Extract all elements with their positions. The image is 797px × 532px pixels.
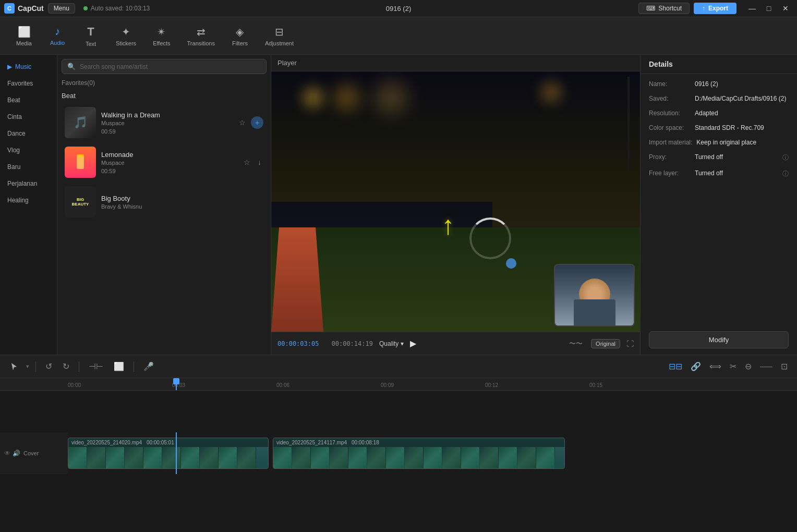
sep3	[134, 361, 134, 372]
person-silhouette	[271, 227, 323, 332]
toolbar-media[interactable]: ⬜ Media	[8, 22, 40, 50]
sidebar-item-healing[interactable]: Healing	[2, 192, 55, 208]
waveform-button[interactable]: 〜〜	[567, 337, 585, 350]
sidebar-item-beat[interactable]: Beat	[2, 92, 55, 108]
sidebar-beat-label: Beat	[7, 96, 20, 104]
shortcut-button[interactable]: ⌨ Shortcut	[638, 3, 690, 14]
toolbar-audio[interactable]: ♪ Audio	[42, 22, 73, 49]
split-button[interactable]: ⊣⊢	[86, 359, 106, 373]
resolution-value: Adapted	[695, 110, 718, 117]
zoom-slider[interactable]: ——	[757, 359, 776, 373]
favorite-btn-walking[interactable]: ☆	[237, 116, 248, 129]
play-button[interactable]: ▶	[410, 338, 416, 348]
arrow-icon: ▶	[7, 63, 12, 70]
video-clip-1[interactable]: video_20220525_214020.mp4 00:00:05:01	[68, 438, 269, 469]
search-bar[interactable]: 🔍	[62, 59, 267, 74]
mic-button[interactable]: 🎤	[140, 359, 157, 373]
track-mute-button[interactable]: 🔊	[13, 450, 20, 457]
sidebar-item-favorites[interactable]: Favorites	[2, 76, 55, 91]
song-title-bigbooty: Big Booty	[101, 195, 263, 202]
clip-frame	[68, 447, 87, 469]
select-dropdown: ▾	[26, 363, 29, 370]
export-button[interactable]: ↑ Export	[694, 3, 736, 14]
add-btn-walking[interactable]: +	[251, 116, 263, 129]
bg-light-3	[376, 82, 407, 113]
track-eye-button[interactable]: 👁	[4, 450, 10, 457]
select-tool-button[interactable]	[6, 360, 22, 373]
music-item-walking[interactable]: 🎵 Walking in a Dream Muspace 00:59 ☆ +	[62, 104, 267, 141]
zoom-out-button[interactable]: ⊖	[742, 359, 755, 373]
track-content: video_20220525_214020.mp4 00:00:05:01	[68, 432, 797, 474]
song-artist-bigbooty: Bravy & Whisnu	[101, 203, 263, 210]
sep1	[35, 361, 36, 372]
sidebar-music-label: Music	[15, 63, 31, 70]
music-info-bigbooty: Big Booty Bravy & Whisnu	[101, 195, 263, 210]
toolbar-filters[interactable]: ◈ Filters	[224, 22, 256, 50]
toolbar-transitions[interactable]: ⇄ Transitions	[180, 22, 222, 50]
clip-frame	[405, 447, 424, 469]
player-controls: 00:00:03:05 00:00:14:19 Quality ▾ ▶ 〜〜 O…	[271, 332, 640, 355]
sidebar-item-dance[interactable]: Dance	[2, 126, 55, 141]
player-video[interactable]: ↑	[271, 71, 640, 332]
sidebar-item-vlog[interactable]: Vlog	[2, 142, 55, 158]
text-label: Text	[86, 41, 96, 47]
toolbar-effects[interactable]: ✴ Effects	[146, 22, 177, 50]
modify-button[interactable]: Modify	[649, 331, 789, 348]
clip-frame	[181, 447, 200, 469]
colorspace-label: Color space:	[649, 124, 691, 131]
media-icon: ⬜	[18, 26, 31, 38]
filters-label: Filters	[232, 40, 248, 46]
redo-button[interactable]: ↻	[59, 359, 73, 373]
sidebar-item-baru[interactable]: Baru	[2, 159, 55, 175]
project-title: 0916 (2)	[386, 5, 411, 13]
favorite-btn-lemonade[interactable]: ☆	[241, 156, 252, 168]
cut-button[interactable]: ✂	[727, 359, 740, 373]
clip-frame	[480, 447, 499, 469]
person-body	[574, 299, 615, 325]
sidebar-favorites-label: Favorites	[7, 80, 33, 87]
crop-button[interactable]: ⬜	[111, 359, 127, 373]
proxy-info-icon[interactable]: ⓘ	[782, 153, 789, 162]
main-layout: ▶ Music Favorites Beat Cinta Dance Vlog …	[0, 55, 797, 355]
link-button[interactable]: 🔗	[687, 359, 704, 373]
close-button[interactable]: ✕	[778, 3, 793, 14]
minimize-button[interactable]: —	[745, 3, 759, 14]
undo-button[interactable]: ↺	[42, 359, 55, 373]
name-value: 0916 (2)	[695, 80, 718, 88]
shortcut-label: Shortcut	[658, 5, 682, 12]
freelayer-info-icon[interactable]: ⓘ	[782, 170, 789, 178]
clip-frame	[311, 447, 330, 469]
snap-button[interactable]: ⊟⊟	[666, 359, 685, 373]
clip-frame	[162, 447, 181, 469]
toolbar-stickers[interactable]: ✦ Stickers	[108, 22, 143, 50]
maximize-button[interactable]: □	[762, 3, 776, 14]
bg-light-4	[541, 82, 562, 103]
sidebar-item-music[interactable]: ▶ Music	[2, 59, 55, 75]
video-clip-2[interactable]: video_20220525_214117.mp4 00:00:08:18	[273, 438, 565, 469]
quality-button[interactable]: Quality ▾	[379, 340, 404, 347]
video-frame: ↑	[271, 71, 640, 332]
sidebar-item-cinta[interactable]: Cinta	[2, 109, 55, 125]
transitions-icon: ⇄	[197, 26, 206, 38]
music-item-lemonade[interactable]: Lemonade Muspace 00:59 ☆ ↓	[62, 143, 267, 181]
sidebar-item-perjalanan[interactable]: Perjalanan	[2, 176, 55, 191]
download-btn-lemonade[interactable]: ↓	[256, 156, 263, 168]
clip-frame	[237, 447, 256, 469]
song-artist-lemonade: Muspace	[101, 160, 236, 166]
toolbar-adjustment[interactable]: ⊟ Adjustment	[258, 22, 301, 50]
empty-track-area	[0, 391, 797, 432]
freelayer-label: Free layer:	[649, 170, 691, 178]
logo-icon: C	[4, 3, 15, 14]
magnet-button[interactable]: ⟺	[706, 359, 724, 373]
import-value: Keep in original place	[696, 139, 756, 146]
search-input[interactable]	[80, 63, 261, 70]
time-current: 00:00:03:05	[277, 340, 319, 347]
music-item-bigbooty[interactable]: BIGBEAUTY Big Booty Bravy & Whisnu	[62, 183, 267, 221]
fullscreen-button[interactable]: ⛶	[626, 340, 634, 348]
fit-button[interactable]: ⊡	[778, 359, 791, 373]
song-duration-lemonade: 00:59	[101, 168, 236, 174]
player-area: Player ↑	[271, 55, 641, 355]
toolbar-text[interactable]: T Text	[75, 22, 106, 50]
time-total: 00:00:14:19	[331, 340, 372, 347]
menu-button[interactable]: Menu	[48, 3, 75, 14]
